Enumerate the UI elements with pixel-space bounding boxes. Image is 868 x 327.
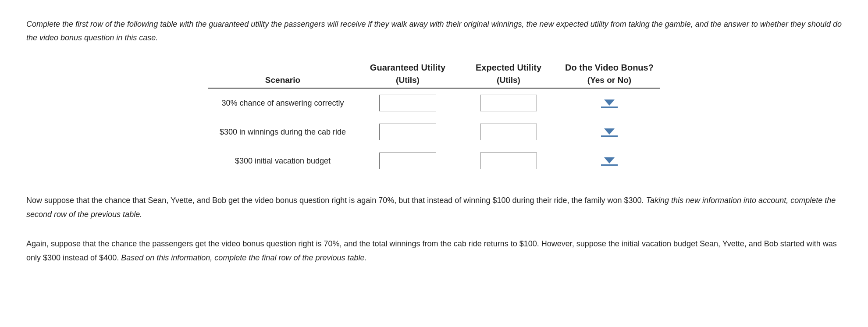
row-2-video-cell xyxy=(559,146,660,175)
table-row: $300 in winnings during the cab ride xyxy=(208,117,660,146)
row-1-video-dropdown[interactable] xyxy=(601,128,618,137)
row-0-expected-input[interactable] xyxy=(480,95,537,111)
paragraph2: Now suppose that the chance that Sean, Y… xyxy=(26,194,842,221)
row-2-guaranteed-cell xyxy=(357,146,458,175)
paragraph2-normal: Now suppose that the chance that Sean, Y… xyxy=(26,196,644,205)
row-1-dropdown-arrow-icon xyxy=(604,128,615,135)
row-0-video-cell xyxy=(559,88,660,117)
row-0-dropdown-arrow-icon xyxy=(604,100,615,106)
row-2-expected-cell xyxy=(458,146,559,175)
table-row: $300 initial vacation budget xyxy=(208,146,660,175)
row-1-dropdown-line xyxy=(601,135,618,137)
row-1-scenario: $300 in winnings during the cab ride xyxy=(208,117,357,146)
row-1-expected-cell xyxy=(458,117,559,146)
row-2-video-dropdown[interactable] xyxy=(601,157,618,166)
subheader-video: (Yes or No) xyxy=(559,75,660,88)
row-2-dropdown-line xyxy=(601,164,618,166)
subheader-scenario: Scenario xyxy=(208,75,357,88)
row-1-video-cell xyxy=(559,117,660,146)
row-0-guaranteed-cell xyxy=(357,88,458,117)
row-0-dropdown-line xyxy=(601,107,618,108)
subheader-guaranteed: (Utils) xyxy=(357,75,458,88)
row-0-expected-cell xyxy=(458,88,559,117)
table-header-row: Guaranteed Utility Expected Utility Do t… xyxy=(208,60,660,75)
row-2-guaranteed-input[interactable] xyxy=(379,153,436,169)
table-subheader-row: Scenario (Utils) (Utils) (Yes or No) xyxy=(208,75,660,88)
row-0-video-dropdown[interactable] xyxy=(601,100,618,108)
paragraph3-italic: Based on this information, complete the … xyxy=(121,253,366,262)
col-header-scenario xyxy=(208,60,357,75)
col-header-guaranteed: Guaranteed Utility xyxy=(357,60,458,75)
row-1-guaranteed-cell xyxy=(357,117,458,146)
paragraph3: Again, suppose that the chance the passe… xyxy=(26,237,842,265)
col-header-expected: Expected Utility xyxy=(458,60,559,75)
row-2-expected-input[interactable] xyxy=(480,153,537,169)
row-0-scenario: 30% chance of answering correctly xyxy=(208,88,357,117)
main-table: Guaranteed Utility Expected Utility Do t… xyxy=(208,60,660,175)
col-header-video: Do the Video Bonus? xyxy=(559,60,660,75)
intro-text: Complete the first row of the following … xyxy=(26,18,842,44)
row-0-guaranteed-input[interactable] xyxy=(379,95,436,111)
row-1-guaranteed-input[interactable] xyxy=(379,124,436,140)
table-wrapper: Guaranteed Utility Expected Utility Do t… xyxy=(26,60,842,175)
row-1-expected-input[interactable] xyxy=(480,124,537,140)
subheader-expected: (Utils) xyxy=(458,75,559,88)
table-row: 30% chance of answering correctly xyxy=(208,88,660,117)
row-2-dropdown-arrow-icon xyxy=(604,157,615,164)
row-2-scenario: $300 initial vacation budget xyxy=(208,146,357,175)
